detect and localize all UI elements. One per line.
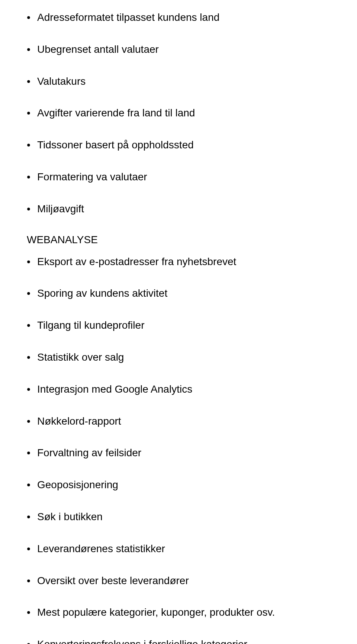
list-item: Oversikt over beste leverandører [27, 574, 330, 588]
list-item-text: Formatering va valutaer [37, 171, 147, 183]
list-item-text: Eksport av e-postadresser fra nyhetsbrev… [37, 256, 236, 267]
list-item-text: Valutakurs [37, 75, 86, 87]
list-item: Sporing av kundens aktivitet [27, 286, 330, 300]
list-item: Leverandørenes statistikker [27, 542, 330, 556]
list-item-text: Nøkkelord-rapport [37, 415, 121, 427]
list-item-text: Ubegrenset antall valutaer [37, 44, 159, 55]
list-item: Eksport av e-postadresser fra nyhetsbrev… [27, 255, 330, 269]
document-page: Adresseformatet tilpasset kundens land U… [0, 0, 357, 644]
list-item: Mest populære kategorier, kuponger, prod… [27, 605, 330, 619]
list-item: Adresseformatet tilpasset kundens land [27, 10, 330, 25]
list-item-text: Geoposisjonering [37, 479, 118, 490]
list-item: Konverteringsfrekvens i forskjellige kat… [27, 637, 330, 644]
list-item: Tidssoner basert på oppholdssted [27, 138, 330, 152]
list-item-text: Statistikk over salg [37, 351, 124, 363]
list-item-text: Leverandørenes statistikker [37, 543, 165, 554]
list-item: Ubegrenset antall valutaer [27, 42, 330, 57]
list-item-text: Sporing av kundens aktivitet [37, 287, 167, 299]
list-item: Søk i butikken [27, 510, 330, 524]
list-item-text: Forvaltning av feilsider [37, 447, 141, 458]
list-item-text: Avgifter varierende fra land til land [37, 107, 195, 119]
list-item: Formatering va valutaer [27, 170, 330, 184]
list-item-text: Søk i butikken [37, 511, 103, 522]
list-item-text: Konverteringsfrekvens i forskjellige kat… [37, 638, 247, 644]
list-item-text: Adresseformatet tilpasset kundens land [37, 12, 219, 23]
feature-list-2: Eksport av e-postadresser fra nyhetsbrev… [27, 255, 330, 644]
list-item: Tilgang til kundeprofiler [27, 318, 330, 332]
feature-list-1: Adresseformatet tilpasset kundens land U… [27, 10, 330, 216]
list-item-text: Tidssoner basert på oppholdssted [37, 139, 194, 151]
list-item: Integrasjon med Google Analytics [27, 382, 330, 396]
list-item: Geoposisjonering [27, 478, 330, 492]
list-item: Avgifter varierende fra land til land [27, 106, 330, 120]
section-heading-webanalyse: WEBANALYSE [27, 234, 330, 246]
list-item-text: Tilgang til kundeprofiler [37, 319, 144, 331]
list-item: Forvaltning av feilsider [27, 446, 330, 460]
list-item-text: Integrasjon med Google Analytics [37, 383, 192, 395]
list-item: Statistikk over salg [27, 350, 330, 364]
list-item: Nøkkelord-rapport [27, 414, 330, 428]
list-item-text: Miljøavgift [37, 203, 84, 215]
list-item: Valutakurs [27, 74, 330, 88]
list-item-text: Oversikt over beste leverandører [37, 575, 189, 586]
list-item-text: Mest populære kategorier, kuponger, prod… [37, 606, 275, 618]
list-item: Miljøavgift [27, 202, 330, 216]
